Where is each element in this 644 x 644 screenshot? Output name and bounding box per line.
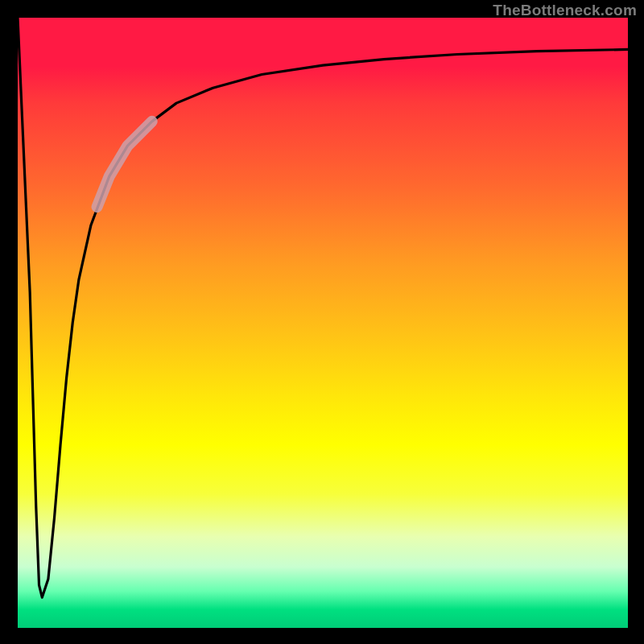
curve-line: [18, 18, 628, 597]
chart-frame: TheBottleneck.com: [0, 0, 644, 644]
chart-svg: [18, 18, 628, 628]
watermark-text: TheBottleneck.com: [493, 2, 637, 19]
curve-highlight: [97, 122, 152, 207]
